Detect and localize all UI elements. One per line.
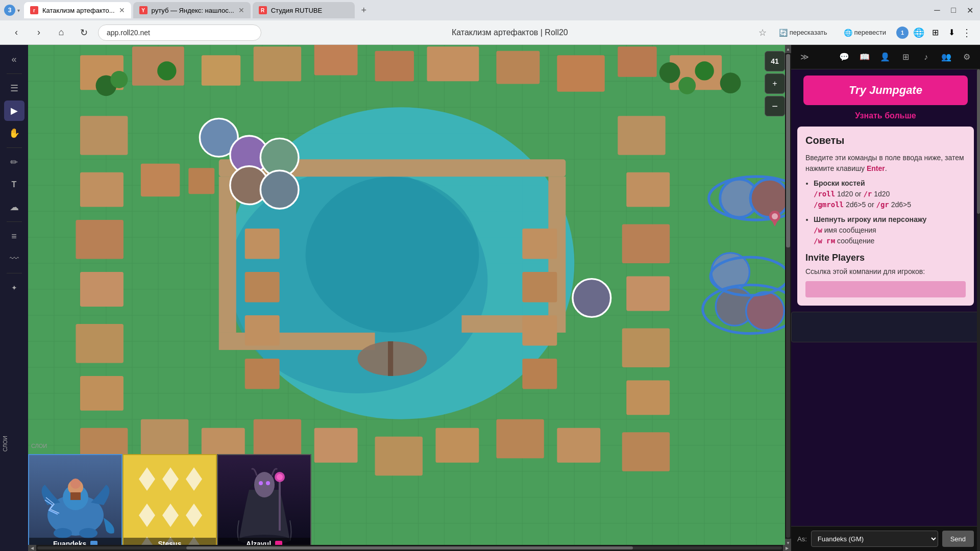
tab-close-roll20[interactable]: ✕ [119,6,125,14]
token-stesus[interactable]: Stesus [122,454,217,551]
horizontal-scrollbar[interactable]: ◀ ▶ [28,545,791,551]
tab-roll20[interactable]: r Катаклизм артефакто... ✕ [24,2,131,18]
forward-button[interactable]: › [31,24,47,41]
tab-group-arrow[interactable]: ▾ [17,8,20,13]
gr-cmd: /gr [876,201,889,209]
settings-panel-button[interactable]: ⚙ [958,48,976,66]
svg-point-106 [659,62,680,83]
chat-panel-button[interactable]: 💬 [835,48,853,66]
refresh-button[interactable]: ↻ [76,24,92,41]
players-panel-button[interactable]: 👥 [937,48,955,66]
token-fuandeks[interactable]: Fuandeks [28,454,122,551]
tab-rutube-studio[interactable]: R Студия RUTUBE [253,2,355,18]
close-window-button[interactable]: ✕ [964,4,976,16]
panel-expand-button[interactable]: ≫ [795,48,814,66]
token-alzavul[interactable]: Alzavul [217,454,311,551]
roll-text1: 1d20 or [837,190,863,198]
translate-button[interactable]: 🌐 перевести [838,24,892,41]
tab-grid-icon[interactable]: ⊞ [929,27,941,39]
left-toolbar: « ☰ ▶ ✋ ✏ T ☁ ≡ 〰 ✦ СЛОИ [0,45,28,551]
scroll-thumb[interactable] [186,546,633,549]
svg-rect-71 [76,220,123,259]
svg-point-152 [277,474,283,480]
menu-button[interactable]: ☰ [4,78,24,98]
svg-rect-66 [557,55,604,91]
scroll-left-arrow[interactable]: ◀ [28,545,36,551]
maximize-button[interactable]: □ [947,4,960,16]
chat-as-select[interactable]: Fuandeks (GM) [811,531,938,547]
tab-close-yandex[interactable]: ✕ [238,6,244,14]
tab-favicon-yandex: Y [139,6,148,14]
svg-rect-60 [202,55,240,85]
scroll-up-arrow[interactable]: ▲ [785,45,791,53]
chat-input[interactable] [791,312,980,342]
svg-rect-72 [80,272,124,307]
journal-panel-button[interactable]: 📖 [855,48,874,66]
jumpgate-banner[interactable]: Try Jumpgate [803,76,968,105]
panel-scroll-thumb[interactable] [977,69,980,214]
panel-scrollbar[interactable] [977,69,980,551]
learn-more-link[interactable]: Узнать больше [797,111,974,120]
address-input[interactable]: app.roll20.net [98,24,261,41]
play-button[interactable]: ▶ [4,101,24,121]
svg-point-147 [254,472,275,497]
text-tool-button[interactable]: T [4,174,24,195]
vertical-scrollbar[interactable]: ▲ ▼ [785,45,791,545]
dynamic-lighting-button[interactable]: 〰 [4,248,24,269]
svg-point-126 [772,213,778,219]
svg-rect-85 [245,229,280,259]
fuandeks-character-art [35,459,116,546]
layers-button[interactable]: ≡ [4,226,24,246]
svg-rect-86 [245,272,280,302]
vertical-scroll-track[interactable] [786,54,790,538]
svg-rect-87 [245,315,280,345]
invite-link-box[interactable] [805,281,966,297]
hand-tool-button[interactable]: ✋ [4,123,24,143]
character-panel-button[interactable]: 👤 [876,48,894,66]
download-icon[interactable]: ⬇ [945,27,958,39]
chat-send-area: As: Fuandeks (GM) Send [791,526,980,551]
tab-favicon-roll20: r [30,6,38,14]
extension-badge[interactable]: 1 [896,27,909,39]
map-controls: 41 + − [765,51,785,116]
vertical-scroll-thumb[interactable] [786,54,790,247]
minimize-button[interactable]: ─ [931,4,943,16]
collapse-sidebar-button[interactable]: « [4,49,24,69]
zoom-out-button[interactable]: − [765,96,785,116]
svg-point-52 [306,177,479,333]
svg-rect-70 [80,172,124,207]
map-counter: 41 [765,51,785,71]
gmroll-text: 2d6>5 or [846,201,876,209]
r-cmd: /r [863,190,872,198]
tab-rutube-yandex[interactable]: Y рутуб — Яндекс: нашлос... ✕ [133,2,251,18]
jumpgate-section: Try Jumpgate Узнать больше [797,76,974,120]
home-button[interactable]: ⌂ [53,24,69,41]
panel-toolbar: ≫ 💬 📖 👤 ⊞ ♪ 👥 ⚙ [791,45,980,69]
new-tab-button[interactable]: + [357,3,371,17]
bookmark-button[interactable]: ☆ [758,27,767,38]
tab-group-indicator[interactable]: 3 [4,5,15,16]
toolbar-sep-2 [7,147,22,148]
gr-text: 2d6>5 [891,201,911,209]
table-panel-button[interactable]: ⊞ [896,48,915,66]
scroll-track[interactable] [37,546,782,549]
draw-tool-button[interactable]: ✏ [4,152,24,172]
svg-rect-61 [254,46,301,81]
map-area[interactable]: 41 + − [28,45,791,551]
panel-scroll-area[interactable]: Try Jumpgate Узнать больше Советы Введит… [791,69,980,526]
window-controls: ─ □ ✕ [931,4,976,16]
enter-keyword: Enter [867,164,885,172]
globe-icon[interactable]: 🌐 [913,27,925,39]
svg-rect-99 [496,419,544,458]
map-pin[interactable] [765,208,785,229]
more-menu-button[interactable]: ⋮ [962,27,972,39]
back-button[interactable]: ‹ [8,24,24,41]
zoom-in-button[interactable]: + [765,73,785,94]
chat-send-button[interactable]: Send [942,531,974,547]
scroll-down-arrow[interactable]: ▼ [785,539,791,547]
fx-tool-button[interactable]: ☁ [4,197,24,217]
right-panel: ≫ 💬 📖 👤 ⊞ ♪ 👥 ⚙ Try Jumpgate Узнать боль… [791,45,980,551]
music-panel-button[interactable]: ♪ [917,48,935,66]
retell-button[interactable]: 🔄 пересказать [773,24,834,41]
actions-button[interactable]: ✦ [4,278,24,298]
